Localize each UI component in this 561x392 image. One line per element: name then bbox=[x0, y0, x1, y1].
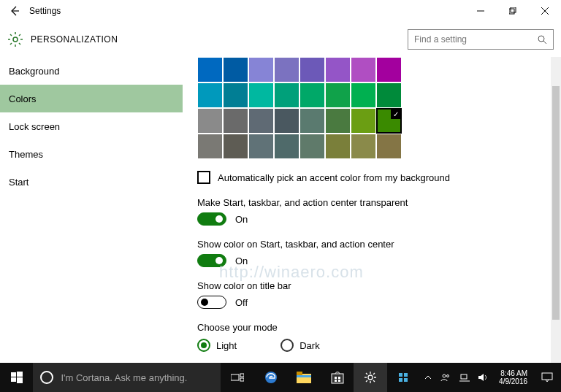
sidebar: BackgroundColorsLock screenThemesStart bbox=[0, 57, 183, 363]
accent-swatch[interactable] bbox=[224, 83, 248, 107]
mode-label: Choose your mode bbox=[197, 322, 546, 333]
accent-swatch[interactable]: ✓ bbox=[377, 109, 401, 133]
svg-rect-35 bbox=[404, 378, 408, 382]
sidebar-item-start[interactable]: Start bbox=[0, 168, 183, 196]
cortana-search[interactable]: I'm Cortana. Ask me anything. bbox=[33, 363, 221, 392]
accent-swatch[interactable] bbox=[275, 83, 299, 107]
accent-swatch[interactable] bbox=[300, 134, 324, 158]
tray-chevron-icon[interactable] bbox=[420, 363, 436, 392]
svg-rect-28 bbox=[338, 377, 340, 379]
start-button[interactable] bbox=[0, 363, 33, 392]
svg-rect-32 bbox=[399, 373, 402, 377]
svg-rect-19 bbox=[231, 374, 239, 380]
accent-swatch[interactable] bbox=[326, 83, 350, 107]
accent-swatch[interactable] bbox=[275, 134, 299, 158]
accent-swatch[interactable] bbox=[351, 83, 375, 107]
tray-network-icon[interactable] bbox=[455, 363, 474, 392]
toggle-state: On bbox=[235, 214, 248, 225]
svg-rect-34 bbox=[399, 378, 402, 382]
maximize-button[interactable] bbox=[497, 0, 529, 22]
scrollbar[interactable] bbox=[551, 57, 561, 363]
svg-rect-2 bbox=[509, 9, 514, 14]
svg-rect-29 bbox=[335, 380, 337, 382]
accent-swatch[interactable] bbox=[198, 58, 222, 82]
task-view-button[interactable] bbox=[221, 363, 253, 392]
check-icon: ✓ bbox=[391, 109, 401, 119]
accent-swatch[interactable] bbox=[224, 109, 248, 133]
mode-radio-dark[interactable]: Dark bbox=[280, 339, 319, 352]
accent-swatch[interactable] bbox=[326, 58, 350, 82]
sidebar-item-colors[interactable]: Colors bbox=[0, 85, 183, 112]
sidebar-item-themes[interactable]: Themes bbox=[0, 140, 183, 168]
accent-swatch[interactable] bbox=[224, 134, 248, 158]
sidebar-item-background[interactable]: Background bbox=[0, 57, 183, 85]
radio-label: Light bbox=[216, 340, 237, 351]
accent-swatch[interactable] bbox=[377, 58, 401, 82]
clock-time: 8:46 AM bbox=[499, 369, 527, 377]
accent-swatch[interactable] bbox=[198, 83, 222, 107]
search-box[interactable] bbox=[408, 29, 554, 50]
scrollbar-thumb[interactable] bbox=[552, 86, 560, 320]
accent-swatch[interactable] bbox=[351, 109, 375, 133]
accent-swatch[interactable] bbox=[249, 58, 273, 82]
accent-swatch[interactable] bbox=[326, 134, 350, 158]
svg-point-4 bbox=[13, 37, 18, 42]
toggle-switch[interactable] bbox=[197, 254, 226, 267]
taskbar-app-other[interactable] bbox=[387, 363, 420, 392]
accent-swatch[interactable] bbox=[351, 58, 375, 82]
close-button[interactable] bbox=[529, 0, 561, 22]
accent-color-grid: ✓ bbox=[197, 57, 546, 159]
radio-circle bbox=[197, 339, 210, 352]
accent-swatch[interactable] bbox=[198, 109, 222, 133]
accent-swatch[interactable] bbox=[224, 58, 248, 82]
taskbar-app-explorer[interactable] bbox=[287, 363, 320, 392]
taskbar-clock[interactable]: 8:46 AM 4/9/2016 bbox=[493, 369, 533, 385]
svg-rect-20 bbox=[240, 374, 244, 377]
auto-pick-row[interactable]: Automatically pick an accent color from … bbox=[197, 171, 546, 184]
taskbar-app-edge[interactable] bbox=[254, 363, 287, 392]
accent-swatch[interactable] bbox=[275, 58, 299, 82]
accent-swatch[interactable] bbox=[300, 58, 324, 82]
accent-swatch[interactable] bbox=[275, 109, 299, 133]
window-title: Settings bbox=[29, 6, 465, 16]
svg-line-9 bbox=[10, 34, 12, 36]
accent-swatch[interactable] bbox=[351, 134, 375, 158]
clock-date: 4/9/2016 bbox=[499, 377, 527, 385]
accent-swatch[interactable] bbox=[377, 83, 401, 107]
svg-rect-41 bbox=[542, 373, 552, 380]
back-button[interactable] bbox=[7, 4, 22, 18]
tray-volume-icon[interactable] bbox=[474, 363, 493, 392]
taskbar: I'm Cortana. Ask me anything. 8:46 AM 4/… bbox=[0, 363, 561, 392]
sidebar-item-lock-screen[interactable]: Lock screen bbox=[0, 112, 183, 140]
svg-rect-25 bbox=[297, 375, 311, 377]
search-icon bbox=[537, 34, 547, 45]
accent-swatch[interactable] bbox=[198, 134, 222, 158]
svg-point-37 bbox=[447, 375, 449, 377]
svg-rect-27 bbox=[335, 377, 337, 379]
accent-swatch[interactable] bbox=[249, 109, 273, 133]
toggle-switch[interactable] bbox=[197, 212, 226, 226]
accent-swatch[interactable] bbox=[377, 134, 401, 158]
svg-rect-3 bbox=[511, 7, 516, 12]
auto-pick-checkbox[interactable] bbox=[197, 171, 210, 184]
accent-swatch[interactable] bbox=[300, 83, 324, 107]
accent-swatch[interactable] bbox=[249, 134, 273, 158]
accent-swatch[interactable] bbox=[326, 109, 350, 133]
cortana-icon bbox=[40, 371, 53, 384]
svg-line-12 bbox=[10, 43, 12, 45]
action-center-button[interactable] bbox=[533, 363, 561, 392]
taskbar-app-store[interactable] bbox=[321, 363, 354, 392]
tray-people-icon[interactable] bbox=[436, 363, 455, 392]
minimize-button[interactable] bbox=[465, 0, 497, 22]
accent-swatch[interactable] bbox=[300, 109, 324, 133]
svg-rect-17 bbox=[11, 377, 16, 382]
search-input[interactable] bbox=[414, 34, 537, 45]
toggle-state: On bbox=[235, 255, 248, 266]
gear-icon bbox=[7, 31, 23, 47]
radio-label: Dark bbox=[299, 340, 319, 351]
toggle-switch[interactable] bbox=[197, 296, 226, 309]
taskbar-app-settings[interactable] bbox=[354, 363, 386, 392]
svg-point-31 bbox=[368, 375, 373, 380]
mode-radio-light[interactable]: Light bbox=[197, 339, 237, 352]
accent-swatch[interactable] bbox=[249, 83, 273, 107]
